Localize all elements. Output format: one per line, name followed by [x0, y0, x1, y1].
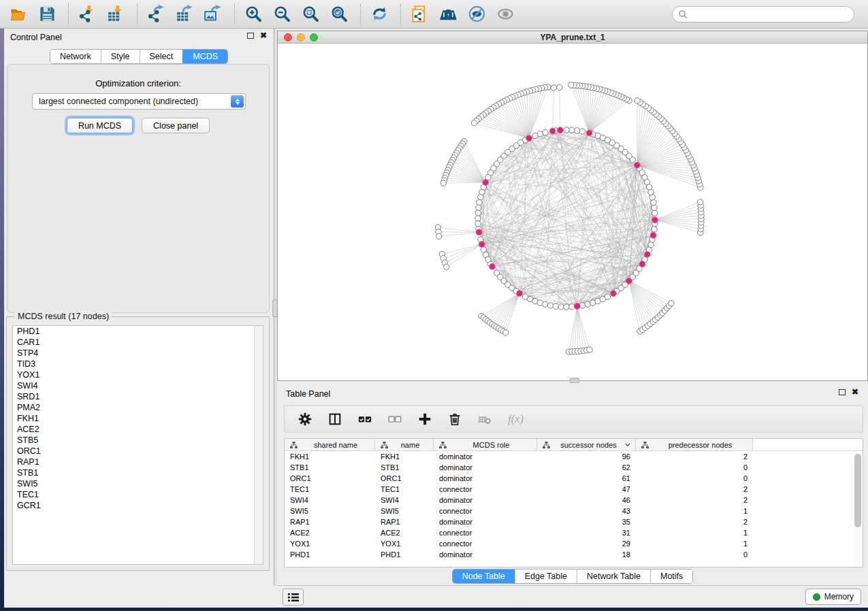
close-panel-button[interactable]: Close panel — [142, 118, 210, 133]
export-network-icon[interactable] — [147, 5, 165, 23]
cell-name[interactable]: SWI5 — [375, 507, 434, 515]
cell-name[interactable]: FKH1 — [375, 452, 434, 461]
cell-shared-name[interactable]: YOX1 — [285, 540, 375, 548]
mcds-result-item[interactable]: TEC1 — [13, 489, 263, 500]
scrollbar-thumb[interactable] — [854, 454, 861, 527]
table-row[interactable]: YOX1YOX1connector291 — [285, 538, 863, 549]
cell-predecessor-nodes[interactable]: 1 — [636, 507, 753, 515]
mcds-result-item[interactable]: STP4 — [13, 348, 263, 359]
close-icon[interactable]: ✖ — [260, 33, 267, 39]
cell-successor-nodes[interactable]: 35 — [537, 518, 636, 526]
column-header-successor-nodes[interactable]: successor nodes — [537, 439, 636, 450]
cell-name[interactable]: YOX1 — [375, 540, 434, 548]
tab-node-table[interactable]: Node Table — [453, 569, 515, 583]
cell-predecessor-nodes[interactable]: 2 — [636, 496, 753, 504]
task-history-button[interactable] — [283, 589, 304, 606]
column-header-name[interactable]: name — [375, 439, 434, 450]
cell-MCDS-role[interactable]: dominator — [434, 452, 537, 461]
memory-button[interactable]: Memory — [805, 589, 861, 605]
cell-shared-name[interactable]: ACE2 — [285, 529, 375, 537]
cell-successor-nodes[interactable]: 62 — [537, 463, 636, 472]
table-row[interactable]: STB1STB1dominator620 — [285, 462, 863, 473]
table-scrollbar[interactable] — [853, 452, 862, 566]
show-all-icon[interactable] — [496, 5, 515, 23]
cell-name[interactable]: PHD1 — [375, 550, 434, 559]
float-icon[interactable] — [839, 389, 846, 395]
horizontal-splitter-grip[interactable] — [570, 378, 579, 383]
binoculars-icon[interactable] — [439, 5, 457, 23]
zoom-fit-icon[interactable] — [302, 5, 320, 23]
column-header-shared-name[interactable]: shared name — [285, 439, 375, 450]
table-row[interactable]: ORC1ORC1dominator610 — [285, 473, 863, 484]
function-builder-icon[interactable]: f(x) — [506, 410, 524, 428]
cell-shared-name[interactable]: SWI4 — [285, 496, 375, 504]
cell-MCDS-role[interactable]: dominator — [434, 496, 537, 504]
float-icon[interactable] — [247, 33, 254, 39]
tab-network[interactable]: Network — [50, 50, 101, 63]
mcds-result-item[interactable]: RAP1 — [13, 457, 263, 467]
cell-successor-nodes[interactable]: 96 — [537, 452, 636, 461]
tab-network-table[interactable]: Network Table — [577, 569, 650, 583]
cell-successor-nodes[interactable]: 43 — [537, 507, 636, 515]
settings-gear-icon[interactable] — [298, 412, 312, 427]
cell-predecessor-nodes[interactable]: 2 — [636, 518, 753, 526]
tab-edge-table[interactable]: Edge Table — [515, 569, 577, 583]
delete-table-icon[interactable] — [477, 412, 492, 427]
tab-motifs[interactable]: Motifs — [650, 569, 692, 583]
tab-select[interactable]: Select — [140, 50, 183, 63]
mcds-result-item[interactable]: STB5 — [13, 435, 263, 446]
tab-style[interactable]: Style — [101, 50, 140, 63]
cell-name[interactable]: RAP1 — [375, 518, 434, 526]
node-table[interactable]: shared name name MCDS role successor nod… — [284, 438, 863, 567]
table-row[interactable]: PHD1PHD1dominator180 — [285, 549, 863, 560]
cell-name[interactable]: STB1 — [375, 463, 434, 472]
cell-name[interactable]: TEC1 — [375, 485, 434, 493]
refresh-icon[interactable] — [370, 5, 389, 23]
cell-shared-name[interactable]: FKH1 — [285, 452, 375, 461]
cell-shared-name[interactable]: SWI5 — [285, 507, 375, 515]
cell-successor-nodes[interactable]: 29 — [537, 540, 636, 548]
cell-shared-name[interactable]: TEC1 — [285, 485, 375, 493]
mcds-result-item[interactable]: GCR1 — [13, 500, 263, 511]
cell-predecessor-nodes[interactable]: 2 — [636, 452, 753, 461]
zoom-in-icon[interactable] — [244, 5, 263, 23]
delete-row-icon[interactable] — [447, 412, 462, 427]
mcds-result-item[interactable]: SWI5 — [13, 478, 263, 489]
cell-MCDS-role[interactable]: dominator — [434, 518, 537, 526]
mcds-result-item[interactable]: PMA2 — [13, 402, 263, 413]
mcds-result-item[interactable]: SWI4 — [13, 380, 263, 391]
mcds-result-item[interactable]: YOX1 — [13, 369, 263, 380]
dropdown-stepper-icon[interactable] — [231, 95, 244, 108]
network-canvas[interactable] — [278, 44, 867, 380]
cell-shared-name[interactable]: PHD1 — [285, 550, 375, 559]
mcds-result-item[interactable]: SRD1 — [13, 391, 263, 402]
open-file-icon[interactable] — [10, 5, 28, 23]
cell-successor-nodes[interactable]: 31 — [537, 529, 636, 537]
cell-successor-nodes[interactable]: 46 — [537, 496, 636, 504]
cell-MCDS-role[interactable]: connector — [434, 540, 537, 548]
column-header-MCDS-role[interactable]: MCDS role — [434, 439, 537, 450]
hide-selected-icon[interactable] — [468, 5, 486, 23]
mcds-result-item[interactable]: PHD1 — [13, 326, 263, 337]
result-list-scrollbar[interactable] — [254, 326, 263, 564]
network-window-titlebar[interactable]: YPA_prune.txt_1 — [278, 31, 867, 44]
mcds-result-item[interactable]: FKH1 — [13, 413, 263, 424]
import-table-icon[interactable] — [107, 5, 125, 23]
cell-predecessor-nodes[interactable]: 1 — [636, 540, 753, 548]
deselect-all-icon[interactable] — [387, 412, 402, 427]
cell-predecessor-nodes[interactable]: 0 — [636, 474, 753, 482]
cell-MCDS-role[interactable]: connector — [434, 507, 537, 515]
select-all-icon[interactable] — [357, 412, 372, 427]
import-network-icon[interactable] — [78, 5, 97, 23]
table-row[interactable]: TEC1TEC1connector472 — [285, 484, 863, 495]
table-row[interactable]: RAP1RAP1dominator352 — [285, 516, 863, 527]
add-row-icon[interactable] — [417, 412, 432, 427]
mcds-result-item[interactable]: CAR1 — [13, 337, 263, 348]
cell-MCDS-role[interactable]: connector — [434, 529, 537, 537]
table-row[interactable]: SWI4SWI4dominator462 — [285, 495, 863, 506]
search-input[interactable] — [672, 6, 854, 22]
cell-predecessor-nodes[interactable]: 2 — [636, 485, 753, 493]
column-header-predecessor-nodes[interactable]: predecessor nodes — [636, 439, 753, 450]
cell-MCDS-role[interactable]: dominator — [434, 474, 537, 482]
clone-network-icon[interactable] — [411, 5, 429, 23]
